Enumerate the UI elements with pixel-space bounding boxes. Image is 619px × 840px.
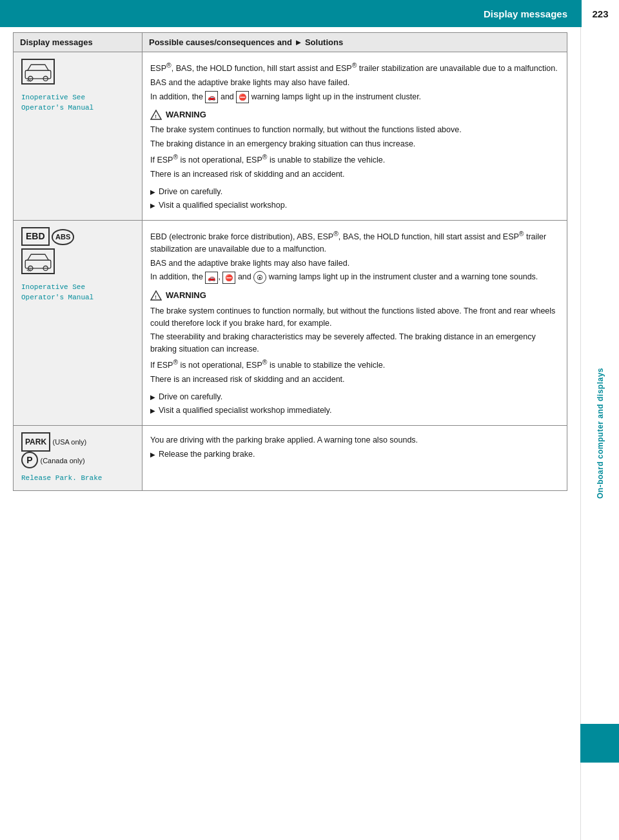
- main-content: Display messages Possible causes/consequ…: [13, 32, 567, 827]
- bullet1-row1: Drive on carefully.: [150, 186, 559, 198]
- warning-block-1: ! WARNING The brake system continues to …: [150, 108, 559, 181]
- car-icon-1: ≪: [21, 59, 134, 88]
- inline-icon-esp-off: ⛔: [236, 91, 249, 103]
- svg-text:≪: ≪: [26, 267, 31, 273]
- sidebar-accent: [580, 724, 619, 763]
- warning-text2-row2: The steerability and braking characteris…: [150, 331, 559, 355]
- row3-intro: You are driving with the parking brake a…: [150, 434, 559, 446]
- row1-line3: In addition, the 🚗 and ⛔ warning lamps l…: [150, 91, 559, 103]
- svg-text:!: !: [155, 114, 157, 119]
- table-row: EBD ABS ≪ Inoperative SeeOperato: [14, 221, 567, 426]
- warning-header-2: ! WARNING: [150, 289, 559, 302]
- table-row: ≪ Inoperative SeeOperator's Manual ESP®,…: [14, 52, 567, 221]
- row1-intro: ESP®, BAS, the HOLD function, hill start…: [150, 61, 559, 75]
- svg-text:≪: ≪: [26, 77, 31, 83]
- warning-text2-row1: The braking distance in an emergency bra…: [150, 138, 559, 150]
- warning-label-2: WARNING: [166, 289, 206, 302]
- ebd-icon: EBD: [21, 227, 50, 246]
- display-cell-2: EBD ABS ≪ Inoperative SeeOperato: [14, 221, 142, 426]
- content-cell-3: You are driving with the parking brake a…: [142, 426, 567, 491]
- display-cell-3: PARK (USA only) P (Canada only) Release …: [14, 426, 142, 491]
- display-messages-table: Display messages Possible causes/consequ…: [13, 32, 567, 491]
- warning-label-1: WARNING: [166, 108, 206, 121]
- warning-text3-row2: If ESP® is not operational, ESP® is unab…: [150, 357, 559, 372]
- row2-intro: EBD (electronic brake force distribution…: [150, 229, 559, 255]
- display-label-1: Inoperative SeeOperator's Manual: [21, 92, 134, 114]
- warning-text4-row2: There is an increased risk of skidding a…: [150, 374, 559, 386]
- p-circle-icon: P: [21, 452, 38, 468]
- sidebar-text: On-board computer and displays: [596, 368, 605, 499]
- warning-header-1: ! WARNING: [150, 108, 559, 121]
- warning-text1-row1: The brake system continues to function n…: [150, 124, 559, 136]
- bullet2-row1: Visit a qualified specialist workshop.: [150, 199, 559, 212]
- page-number-box: 223: [580, 0, 619, 27]
- row2-line3: In addition, the 🚗, ⛔ and ⦿ warning lamp…: [150, 271, 559, 284]
- table-row: PARK (USA only) P (Canada only) Release …: [14, 426, 567, 491]
- bullet2-row2: Visit a qualified specialist workshop im…: [150, 405, 559, 417]
- display-label-3: Release Park. Brake: [21, 473, 134, 484]
- col2-header: Possible causes/consequences and ► Solut…: [142, 33, 567, 52]
- svg-text:!: !: [155, 294, 157, 300]
- display-cell-1: ≪ Inoperative SeeOperator's Manual: [14, 52, 142, 221]
- display-label-2: Inoperative SeeOperator's Manual: [21, 282, 134, 303]
- row2-line2: BAS and the adaptive brake lights may al…: [150, 257, 559, 270]
- bullet1-row2: Drive on carefully.: [150, 391, 559, 403]
- canada-label: (Canada only): [40, 457, 84, 465]
- park-icons: PARK (USA only) P (Canada only): [21, 432, 134, 469]
- warning-block-2: ! WARNING The brake system continues to …: [150, 289, 559, 385]
- warning-text1-row2: The brake system continues to function n…: [150, 305, 559, 330]
- warning-triangle-1: !: [150, 109, 162, 121]
- warning-triangle-2: !: [150, 290, 162, 301]
- col1-header: Display messages: [14, 33, 142, 52]
- usa-label: (USA only): [53, 438, 87, 446]
- sidebar-label: On-board computer and displays: [580, 27, 619, 840]
- inline-icon-esp: 🚗: [205, 91, 218, 103]
- row1-line2: BAS and the adaptive brake lights may al…: [150, 77, 559, 89]
- car-icon-2: ≪: [21, 248, 134, 278]
- bullet1-row3: Release the parking brake.: [150, 448, 559, 461]
- header-title: Display messages: [484, 8, 567, 19]
- header-bar: Display messages: [0, 0, 580, 27]
- inline-icon-circle: ⦿: [253, 271, 266, 284]
- content-cell-2: EBD (electronic brake force distribution…: [142, 221, 567, 426]
- inline-icon-esp-2: 🚗: [205, 272, 218, 284]
- ebd-abs-icons: EBD ABS: [21, 227, 134, 246]
- page-number: 223: [592, 8, 608, 19]
- content-cell-1: ESP®, BAS, the HOLD function, hill start…: [142, 52, 567, 221]
- warning-text4-row1: There is an increased risk of skidding a…: [150, 168, 559, 181]
- park-icon: PARK: [21, 432, 50, 452]
- abs-icon: ABS: [52, 229, 74, 245]
- inline-icon-esp-off-2: ⛔: [222, 272, 235, 284]
- warning-text3-row1: If ESP® is not operational, ESP® is unab…: [150, 152, 559, 166]
